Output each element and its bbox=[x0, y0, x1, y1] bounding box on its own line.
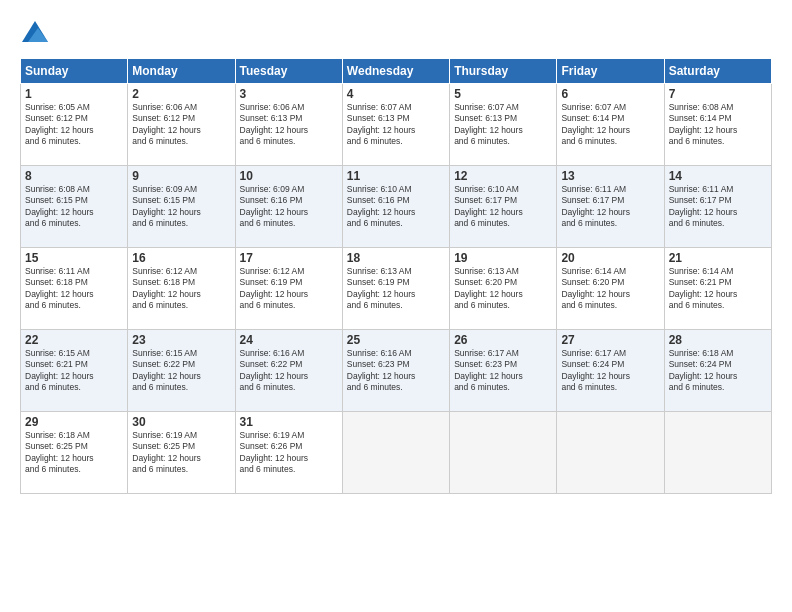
day-info: Sunrise: 6:08 AMSunset: 6:14 PMDaylight:… bbox=[669, 102, 738, 146]
day-number: 7 bbox=[669, 87, 767, 101]
day-cell: 26 Sunrise: 6:17 AMSunset: 6:23 PMDaylig… bbox=[450, 330, 557, 412]
week-row-2: 8 Sunrise: 6:08 AMSunset: 6:15 PMDayligh… bbox=[21, 166, 772, 248]
day-cell: 3 Sunrise: 6:06 AMSunset: 6:13 PMDayligh… bbox=[235, 84, 342, 166]
day-number: 5 bbox=[454, 87, 552, 101]
day-info: Sunrise: 6:18 AMSunset: 6:25 PMDaylight:… bbox=[25, 430, 94, 474]
day-number: 15 bbox=[25, 251, 123, 265]
day-number: 24 bbox=[240, 333, 338, 347]
day-info: Sunrise: 6:15 AMSunset: 6:21 PMDaylight:… bbox=[25, 348, 94, 392]
day-info: Sunrise: 6:17 AMSunset: 6:23 PMDaylight:… bbox=[454, 348, 523, 392]
day-info: Sunrise: 6:17 AMSunset: 6:24 PMDaylight:… bbox=[561, 348, 630, 392]
day-number: 17 bbox=[240, 251, 338, 265]
col-header-saturday: Saturday bbox=[664, 59, 771, 84]
week-row-5: 29 Sunrise: 6:18 AMSunset: 6:25 PMDaylig… bbox=[21, 412, 772, 494]
day-info: Sunrise: 6:07 AMSunset: 6:14 PMDaylight:… bbox=[561, 102, 630, 146]
day-number: 14 bbox=[669, 169, 767, 183]
day-cell: 10 Sunrise: 6:09 AMSunset: 6:16 PMDaylig… bbox=[235, 166, 342, 248]
day-cell: 29 Sunrise: 6:18 AMSunset: 6:25 PMDaylig… bbox=[21, 412, 128, 494]
day-cell: 13 Sunrise: 6:11 AMSunset: 6:17 PMDaylig… bbox=[557, 166, 664, 248]
day-info: Sunrise: 6:11 AMSunset: 6:18 PMDaylight:… bbox=[25, 266, 94, 310]
day-cell: 22 Sunrise: 6:15 AMSunset: 6:21 PMDaylig… bbox=[21, 330, 128, 412]
col-header-thursday: Thursday bbox=[450, 59, 557, 84]
day-cell: 17 Sunrise: 6:12 AMSunset: 6:19 PMDaylig… bbox=[235, 248, 342, 330]
day-info: Sunrise: 6:14 AMSunset: 6:20 PMDaylight:… bbox=[561, 266, 630, 310]
header-row: SundayMondayTuesdayWednesdayThursdayFrid… bbox=[21, 59, 772, 84]
day-number: 1 bbox=[25, 87, 123, 101]
col-header-wednesday: Wednesday bbox=[342, 59, 449, 84]
day-cell: 5 Sunrise: 6:07 AMSunset: 6:13 PMDayligh… bbox=[450, 84, 557, 166]
day-cell bbox=[450, 412, 557, 494]
day-cell: 18 Sunrise: 6:13 AMSunset: 6:19 PMDaylig… bbox=[342, 248, 449, 330]
day-cell: 23 Sunrise: 6:15 AMSunset: 6:22 PMDaylig… bbox=[128, 330, 235, 412]
day-cell: 14 Sunrise: 6:11 AMSunset: 6:17 PMDaylig… bbox=[664, 166, 771, 248]
day-number: 25 bbox=[347, 333, 445, 347]
day-info: Sunrise: 6:08 AMSunset: 6:15 PMDaylight:… bbox=[25, 184, 94, 228]
day-info: Sunrise: 6:16 AMSunset: 6:22 PMDaylight:… bbox=[240, 348, 309, 392]
day-number: 16 bbox=[132, 251, 230, 265]
day-number: 11 bbox=[347, 169, 445, 183]
day-number: 10 bbox=[240, 169, 338, 183]
day-cell: 12 Sunrise: 6:10 AMSunset: 6:17 PMDaylig… bbox=[450, 166, 557, 248]
day-cell: 2 Sunrise: 6:06 AMSunset: 6:12 PMDayligh… bbox=[128, 84, 235, 166]
day-cell: 24 Sunrise: 6:16 AMSunset: 6:22 PMDaylig… bbox=[235, 330, 342, 412]
day-number: 9 bbox=[132, 169, 230, 183]
day-info: Sunrise: 6:12 AMSunset: 6:18 PMDaylight:… bbox=[132, 266, 201, 310]
day-info: Sunrise: 6:13 AMSunset: 6:20 PMDaylight:… bbox=[454, 266, 523, 310]
day-cell: 16 Sunrise: 6:12 AMSunset: 6:18 PMDaylig… bbox=[128, 248, 235, 330]
day-info: Sunrise: 6:18 AMSunset: 6:24 PMDaylight:… bbox=[669, 348, 738, 392]
day-number: 26 bbox=[454, 333, 552, 347]
day-info: Sunrise: 6:06 AMSunset: 6:13 PMDaylight:… bbox=[240, 102, 309, 146]
day-number: 29 bbox=[25, 415, 123, 429]
page: SundayMondayTuesdayWednesdayThursdayFrid… bbox=[0, 0, 792, 612]
day-number: 18 bbox=[347, 251, 445, 265]
day-cell: 8 Sunrise: 6:08 AMSunset: 6:15 PMDayligh… bbox=[21, 166, 128, 248]
day-number: 20 bbox=[561, 251, 659, 265]
col-header-tuesday: Tuesday bbox=[235, 59, 342, 84]
day-info: Sunrise: 6:19 AMSunset: 6:26 PMDaylight:… bbox=[240, 430, 309, 474]
day-cell: 25 Sunrise: 6:16 AMSunset: 6:23 PMDaylig… bbox=[342, 330, 449, 412]
day-info: Sunrise: 6:10 AMSunset: 6:16 PMDaylight:… bbox=[347, 184, 416, 228]
day-cell: 9 Sunrise: 6:09 AMSunset: 6:15 PMDayligh… bbox=[128, 166, 235, 248]
day-info: Sunrise: 6:14 AMSunset: 6:21 PMDaylight:… bbox=[669, 266, 738, 310]
day-cell: 15 Sunrise: 6:11 AMSunset: 6:18 PMDaylig… bbox=[21, 248, 128, 330]
day-info: Sunrise: 6:19 AMSunset: 6:25 PMDaylight:… bbox=[132, 430, 201, 474]
day-cell: 11 Sunrise: 6:10 AMSunset: 6:16 PMDaylig… bbox=[342, 166, 449, 248]
day-cell: 28 Sunrise: 6:18 AMSunset: 6:24 PMDaylig… bbox=[664, 330, 771, 412]
day-info: Sunrise: 6:06 AMSunset: 6:12 PMDaylight:… bbox=[132, 102, 201, 146]
day-cell: 20 Sunrise: 6:14 AMSunset: 6:20 PMDaylig… bbox=[557, 248, 664, 330]
calendar-table: SundayMondayTuesdayWednesdayThursdayFrid… bbox=[20, 58, 772, 494]
day-cell bbox=[342, 412, 449, 494]
logo-icon bbox=[20, 18, 50, 48]
day-number: 30 bbox=[132, 415, 230, 429]
col-header-sunday: Sunday bbox=[21, 59, 128, 84]
day-number: 27 bbox=[561, 333, 659, 347]
day-info: Sunrise: 6:07 AMSunset: 6:13 PMDaylight:… bbox=[347, 102, 416, 146]
day-info: Sunrise: 6:07 AMSunset: 6:13 PMDaylight:… bbox=[454, 102, 523, 146]
day-info: Sunrise: 6:16 AMSunset: 6:23 PMDaylight:… bbox=[347, 348, 416, 392]
day-info: Sunrise: 6:11 AMSunset: 6:17 PMDaylight:… bbox=[669, 184, 738, 228]
day-info: Sunrise: 6:12 AMSunset: 6:19 PMDaylight:… bbox=[240, 266, 309, 310]
day-number: 2 bbox=[132, 87, 230, 101]
day-cell: 19 Sunrise: 6:13 AMSunset: 6:20 PMDaylig… bbox=[450, 248, 557, 330]
day-info: Sunrise: 6:11 AMSunset: 6:17 PMDaylight:… bbox=[561, 184, 630, 228]
day-info: Sunrise: 6:13 AMSunset: 6:19 PMDaylight:… bbox=[347, 266, 416, 310]
day-number: 8 bbox=[25, 169, 123, 183]
day-number: 12 bbox=[454, 169, 552, 183]
col-header-friday: Friday bbox=[557, 59, 664, 84]
day-cell bbox=[557, 412, 664, 494]
day-number: 13 bbox=[561, 169, 659, 183]
day-number: 6 bbox=[561, 87, 659, 101]
col-header-monday: Monday bbox=[128, 59, 235, 84]
day-cell: 7 Sunrise: 6:08 AMSunset: 6:14 PMDayligh… bbox=[664, 84, 771, 166]
day-number: 4 bbox=[347, 87, 445, 101]
week-row-4: 22 Sunrise: 6:15 AMSunset: 6:21 PMDaylig… bbox=[21, 330, 772, 412]
day-info: Sunrise: 6:09 AMSunset: 6:15 PMDaylight:… bbox=[132, 184, 201, 228]
day-number: 31 bbox=[240, 415, 338, 429]
day-number: 22 bbox=[25, 333, 123, 347]
day-info: Sunrise: 6:15 AMSunset: 6:22 PMDaylight:… bbox=[132, 348, 201, 392]
day-cell: 30 Sunrise: 6:19 AMSunset: 6:25 PMDaylig… bbox=[128, 412, 235, 494]
day-cell: 1 Sunrise: 6:05 AMSunset: 6:12 PMDayligh… bbox=[21, 84, 128, 166]
logo bbox=[20, 18, 53, 48]
day-cell: 6 Sunrise: 6:07 AMSunset: 6:14 PMDayligh… bbox=[557, 84, 664, 166]
day-number: 23 bbox=[132, 333, 230, 347]
